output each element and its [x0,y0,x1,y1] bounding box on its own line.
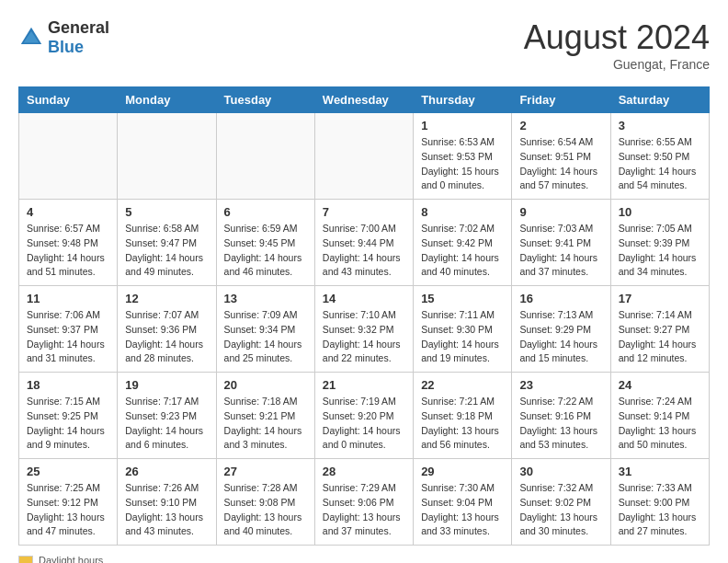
day-info: Sunrise: 7:06 AM Sunset: 9:37 PM Dayligh… [27,308,109,366]
day-number: 30 [519,465,602,478]
day-info: Sunrise: 6:57 AM Sunset: 9:48 PM Dayligh… [27,222,109,280]
table-row: 12Sunrise: 7:07 AM Sunset: 9:36 PM Dayli… [118,286,216,373]
title-block: August 2024 Guengat, France [524,18,710,72]
day-number: 17 [619,292,701,305]
day-info: Sunrise: 7:21 AM Sunset: 9:18 PM Dayligh… [421,395,504,453]
day-info: Sunrise: 7:02 AM Sunset: 9:42 PM Dayligh… [421,222,504,280]
calendar-week-2: 4Sunrise: 6:57 AM Sunset: 9:48 PM Daylig… [19,200,710,286]
table-row: 1Sunrise: 6:53 AM Sunset: 9:53 PM Daylig… [414,113,512,200]
table-row: 28Sunrise: 7:29 AM Sunset: 9:06 PM Dayli… [314,459,413,546]
table-row: 30Sunrise: 7:32 AM Sunset: 9:02 PM Dayli… [512,459,610,546]
day-info: Sunrise: 7:10 AM Sunset: 9:32 PM Dayligh… [323,308,405,366]
day-number: 24 [619,378,701,392]
col-thursday: Thursday [414,87,512,113]
day-info: Sunrise: 7:26 AM Sunset: 9:10 PM Dayligh… [125,481,208,539]
day-info: Sunrise: 7:33 AM Sunset: 9:00 PM Dayligh… [619,481,701,539]
day-number: 4 [27,205,109,219]
calendar-week-4: 18Sunrise: 7:15 AM Sunset: 9:25 PM Dayli… [19,373,710,459]
logo-general: General [48,18,109,37]
day-number: 5 [125,205,208,219]
day-info: Sunrise: 6:53 AM Sunset: 9:53 PM Dayligh… [421,135,504,193]
day-info: Sunrise: 7:07 AM Sunset: 9:36 PM Dayligh… [125,308,208,366]
table-row: 4Sunrise: 6:57 AM Sunset: 9:48 PM Daylig… [19,200,118,286]
calendar-week-1: 1Sunrise: 6:53 AM Sunset: 9:53 PM Daylig… [19,113,710,200]
day-number: 14 [323,292,405,305]
table-row: 8Sunrise: 7:02 AM Sunset: 9:42 PM Daylig… [414,200,512,286]
logo-text: General Blue [48,18,109,57]
day-number: 13 [224,292,307,305]
day-number: 11 [27,292,109,305]
day-info: Sunrise: 7:29 AM Sunset: 9:06 PM Dayligh… [323,481,405,539]
day-number: 9 [519,205,602,219]
day-info: Sunrise: 7:00 AM Sunset: 9:44 PM Dayligh… [323,222,405,280]
day-number: 21 [323,378,405,392]
table-row [216,113,314,200]
table-row: 14Sunrise: 7:10 AM Sunset: 9:32 PM Dayli… [314,286,413,373]
table-row: 15Sunrise: 7:11 AM Sunset: 9:30 PM Dayli… [414,286,512,373]
table-row: 9Sunrise: 7:03 AM Sunset: 9:41 PM Daylig… [512,200,610,286]
day-number: 28 [323,465,405,478]
day-number: 19 [125,378,208,392]
day-info: Sunrise: 7:19 AM Sunset: 9:20 PM Dayligh… [323,395,405,453]
table-row: 24Sunrise: 7:24 AM Sunset: 9:14 PM Dayli… [610,373,709,459]
day-number: 23 [519,378,602,392]
day-number: 15 [421,292,504,305]
table-row: 18Sunrise: 7:15 AM Sunset: 9:25 PM Dayli… [19,373,118,459]
table-row: 10Sunrise: 7:05 AM Sunset: 9:39 PM Dayli… [610,200,709,286]
day-number: 8 [421,205,504,219]
table-row: 21Sunrise: 7:19 AM Sunset: 9:20 PM Dayli… [314,373,413,459]
day-info: Sunrise: 7:32 AM Sunset: 9:02 PM Dayligh… [519,481,602,539]
col-monday: Monday [118,87,216,113]
day-number: 22 [421,378,504,392]
table-row: 27Sunrise: 7:28 AM Sunset: 9:08 PM Dayli… [216,459,314,546]
day-info: Sunrise: 6:59 AM Sunset: 9:45 PM Dayligh… [224,222,307,280]
day-number: 20 [224,378,307,392]
col-sunday: Sunday [19,87,118,113]
footer: Daylight hours [18,555,710,563]
day-number: 1 [421,119,504,132]
day-number: 27 [224,465,307,478]
calendar-week-3: 11Sunrise: 7:06 AM Sunset: 9:37 PM Dayli… [19,286,710,373]
day-info: Sunrise: 6:58 AM Sunset: 9:47 PM Dayligh… [125,222,208,280]
day-info: Sunrise: 7:22 AM Sunset: 9:16 PM Dayligh… [519,395,602,453]
table-row [19,113,118,200]
month-title: August 2024 [524,18,710,57]
day-info: Sunrise: 7:28 AM Sunset: 9:08 PM Dayligh… [224,481,307,539]
day-number: 16 [519,292,602,305]
table-row: 29Sunrise: 7:30 AM Sunset: 9:04 PM Dayli… [414,459,512,546]
table-row: 20Sunrise: 7:18 AM Sunset: 9:21 PM Dayli… [216,373,314,459]
day-number: 26 [125,465,208,478]
logo-icon [18,25,44,51]
day-info: Sunrise: 7:17 AM Sunset: 9:23 PM Dayligh… [125,395,208,453]
day-info: Sunrise: 7:03 AM Sunset: 9:41 PM Dayligh… [519,222,602,280]
day-info: Sunrise: 6:54 AM Sunset: 9:51 PM Dayligh… [519,135,602,193]
day-info: Sunrise: 6:55 AM Sunset: 9:50 PM Dayligh… [619,135,701,193]
day-info: Sunrise: 7:14 AM Sunset: 9:27 PM Dayligh… [619,308,701,366]
day-info: Sunrise: 7:24 AM Sunset: 9:14 PM Dayligh… [619,395,701,453]
day-number: 3 [619,119,701,132]
table-row: 3Sunrise: 6:55 AM Sunset: 9:50 PM Daylig… [610,113,709,200]
logo-blue: Blue [48,38,84,56]
day-info: Sunrise: 7:25 AM Sunset: 9:12 PM Dayligh… [27,481,109,539]
day-number: 7 [323,205,405,219]
table-row: 23Sunrise: 7:22 AM Sunset: 9:16 PM Dayli… [512,373,610,459]
day-number: 18 [27,378,109,392]
table-row: 11Sunrise: 7:06 AM Sunset: 9:37 PM Dayli… [19,286,118,373]
col-wednesday: Wednesday [314,87,413,113]
table-row: 22Sunrise: 7:21 AM Sunset: 9:18 PM Dayli… [414,373,512,459]
page-header: General Blue August 2024 Guengat, France [18,18,710,72]
day-number: 12 [125,292,208,305]
col-saturday: Saturday [610,87,709,113]
day-info: Sunrise: 7:11 AM Sunset: 9:30 PM Dayligh… [421,308,504,366]
table-row [118,113,216,200]
table-row: 6Sunrise: 6:59 AM Sunset: 9:45 PM Daylig… [216,200,314,286]
table-row: 2Sunrise: 6:54 AM Sunset: 9:51 PM Daylig… [512,113,610,200]
calendar-week-5: 25Sunrise: 7:25 AM Sunset: 9:12 PM Dayli… [19,459,710,546]
location: Guengat, France [524,57,710,72]
day-number: 6 [224,205,307,219]
table-row: 16Sunrise: 7:13 AM Sunset: 9:29 PM Dayli… [512,286,610,373]
day-info: Sunrise: 7:30 AM Sunset: 9:04 PM Dayligh… [421,481,504,539]
table-row: 19Sunrise: 7:17 AM Sunset: 9:23 PM Dayli… [118,373,216,459]
day-number: 10 [619,205,701,219]
table-row [314,113,413,200]
